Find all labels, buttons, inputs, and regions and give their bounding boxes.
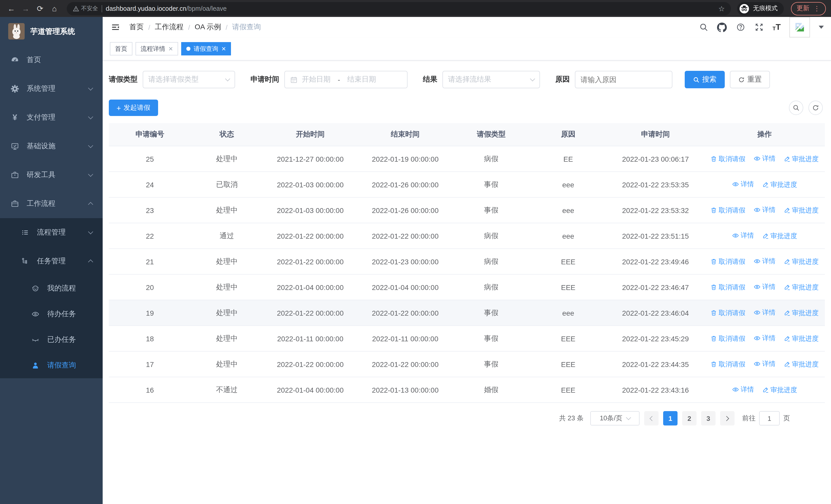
search-button[interactable]: 搜索	[685, 71, 725, 88]
leave-type-label: 请假类型	[109, 75, 138, 84]
cell-operations: 取消请假 详情 审批进度	[704, 274, 825, 300]
approval-progress-link[interactable]: 审批进度	[762, 385, 797, 394]
detail-link[interactable]: 详情	[732, 231, 754, 240]
detail-link[interactable]: 详情	[753, 282, 776, 292]
search-icon[interactable]	[698, 22, 708, 32]
sidebar-item-infra[interactable]: 基础设施	[0, 132, 103, 161]
bookmark-star-icon[interactable]: ☆	[718, 4, 725, 12]
sidebar-item-process-mgmt[interactable]: 流程管理	[0, 218, 103, 247]
reset-button[interactable]: 重置	[730, 71, 770, 88]
cell-leave-type: 病假	[453, 223, 530, 249]
active-dot	[186, 47, 191, 51]
jump-suffix-label: 页	[783, 414, 790, 423]
trash-icon	[710, 258, 717, 265]
tab-leave-query[interactable]: 请假查询 ✕	[181, 42, 231, 55]
back-icon[interactable]: ←	[5, 2, 18, 14]
breadcrumb-item[interactable]: 首页	[130, 23, 144, 32]
detail-link[interactable]: 详情	[753, 334, 776, 343]
reason-input[interactable]	[575, 71, 672, 88]
breadcrumb-item[interactable]: OA 示例	[195, 23, 221, 32]
refresh-table-icon[interactable]	[808, 100, 823, 115]
eye-icon	[31, 309, 40, 319]
cancel-leave-link[interactable]: 取消请假	[710, 308, 745, 318]
detail-link[interactable]: 详情	[753, 359, 776, 368]
cell-apply-time: 2022-01-22 23:51:15	[607, 223, 704, 249]
hamburger-icon[interactable]	[110, 22, 121, 33]
approval-progress-link[interactable]: 审批进度	[784, 283, 819, 292]
detail-link[interactable]: 详情	[753, 308, 776, 317]
apply-time-range-picker[interactable]: 开始日期 - 结束日期	[284, 71, 407, 88]
detail-link[interactable]: 详情	[732, 180, 754, 189]
table-tools	[789, 100, 823, 115]
sidebar-item-leave-query[interactable]: 请假查询	[0, 353, 103, 378]
chevron-down-icon	[88, 85, 93, 91]
pen-icon	[784, 258, 791, 265]
page-size-label: 10条/页	[600, 414, 622, 423]
approval-progress-link[interactable]: 审批进度	[762, 180, 797, 189]
home-icon[interactable]: ⌂	[48, 2, 61, 14]
leave-type-select[interactable]: 请选择请假类型	[143, 71, 235, 88]
jump-page-input[interactable]	[759, 411, 780, 425]
avatar[interactable]	[790, 17, 810, 37]
cancel-leave-link[interactable]: 取消请假	[710, 206, 745, 215]
close-icon[interactable]: ✕	[168, 46, 173, 52]
approval-progress-link[interactable]: 审批进度	[784, 308, 819, 318]
create-leave-button[interactable]: + 发起请假	[109, 99, 158, 116]
cancel-leave-link[interactable]: 取消请假	[710, 283, 745, 292]
approval-progress-link[interactable]: 审批进度	[784, 206, 819, 215]
approval-progress-link[interactable]: 审批进度	[784, 257, 819, 266]
prev-page-button[interactable]	[644, 411, 659, 425]
breadcrumb-item[interactable]: 工作流程	[155, 23, 183, 32]
approval-progress-link[interactable]: 审批进度	[784, 359, 819, 369]
cancel-leave-link[interactable]: 取消请假	[710, 359, 745, 369]
cell-reason: EE	[530, 146, 607, 172]
detail-link[interactable]: 详情	[753, 205, 776, 214]
help-icon[interactable]	[736, 22, 745, 32]
close-icon[interactable]: ✕	[221, 46, 226, 52]
sidebar-item-workflow[interactable]: 工作流程	[0, 189, 103, 218]
app-logo[interactable]: 芋道管理系统	[0, 17, 103, 46]
sidebar-item-done-tasks[interactable]: 已办任务	[0, 327, 103, 353]
page-button-3[interactable]: 3	[701, 411, 716, 425]
approval-progress-link[interactable]: 审批进度	[762, 231, 797, 240]
search-button-label: 搜索	[702, 75, 717, 84]
result-select[interactable]: 请选择流结果	[442, 71, 540, 88]
sidebar-item-label: 首页	[27, 55, 41, 65]
sidebar-item-payment[interactable]: ¥ 支付管理	[0, 103, 103, 132]
cell-leave-type: 事假	[453, 326, 530, 351]
sidebar-item-my-process[interactable]: 我的流程	[0, 276, 103, 301]
cell-apply-time: 2022-01-22 23:53:35	[607, 172, 704, 197]
approval-progress-link[interactable]: 审批进度	[784, 334, 819, 343]
search-toggle-icon[interactable]	[789, 100, 803, 115]
table-row: 20 处理中 2022-01-04 00:00:00 2022-01-04 00…	[109, 274, 825, 300]
font-size-icon[interactable]: TT	[773, 23, 781, 31]
sidebar-item-system[interactable]: 系统管理	[0, 75, 103, 103]
cancel-leave-link[interactable]: 取消请假	[710, 257, 745, 266]
security-warning[interactable]: 不安全	[73, 5, 98, 12]
sidebar-item-devtools[interactable]: 研发工具	[0, 161, 103, 189]
sidebar: 芋道管理系统 首页 系统管理 ¥ 支付管理 基础设施	[0, 17, 103, 504]
detail-link[interactable]: 详情	[732, 385, 754, 394]
next-page-button[interactable]	[720, 411, 735, 425]
detail-link[interactable]: 详情	[753, 154, 776, 163]
more-dots-icon[interactable]: ⋮	[813, 5, 820, 12]
tab-home[interactable]: 首页	[110, 42, 133, 55]
page-size-select[interactable]: 10条/页	[590, 411, 639, 425]
cancel-leave-link[interactable]: 取消请假	[710, 154, 745, 164]
fullscreen-icon[interactable]	[754, 22, 764, 32]
update-button[interactable]: 更新 ⋮	[791, 2, 826, 15]
cancel-leave-link[interactable]: 取消请假	[710, 334, 745, 343]
approval-progress-link[interactable]: 审批进度	[784, 154, 819, 164]
page-button-1[interactable]: 1	[663, 411, 678, 425]
tab-process-detail[interactable]: 流程详情 ✕	[136, 42, 178, 55]
sidebar-item-home[interactable]: 首页	[0, 46, 103, 75]
page-button-2[interactable]: 2	[682, 411, 696, 425]
sidebar-item-task-mgmt[interactable]: 任务管理	[0, 247, 103, 276]
github-icon[interactable]	[717, 22, 727, 32]
chevron-down-icon[interactable]	[819, 26, 824, 29]
detail-link[interactable]: 详情	[753, 257, 776, 266]
forward-icon[interactable]: →	[20, 2, 32, 14]
sidebar-item-todo-tasks[interactable]: 待办任务	[0, 301, 103, 327]
reload-icon[interactable]: ⟳	[34, 2, 46, 14]
address-bar[interactable]: 不安全 dashboard.yudao.iocoder.cn/bpm/oa/le…	[67, 2, 731, 15]
